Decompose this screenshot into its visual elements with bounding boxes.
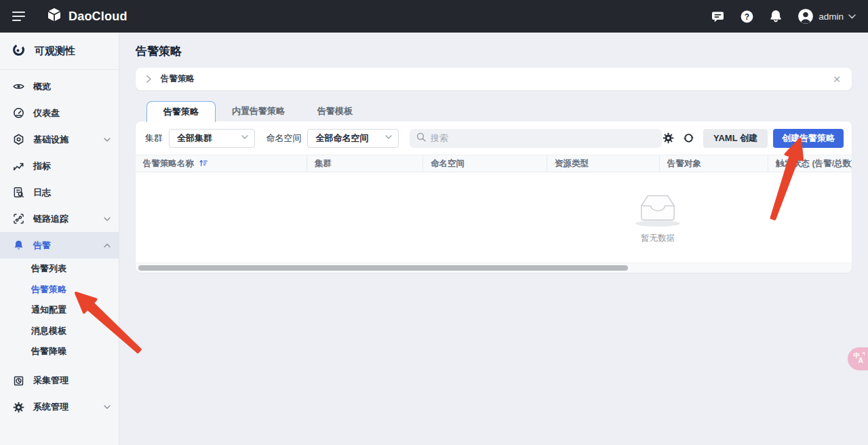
sidebar-subitem-notification-config[interactable]: 通知配置 [0,300,119,321]
empty-state-text: 暂无数据 [641,233,675,244]
sidebar-item-dashboard[interactable]: 仪表盘 [0,100,119,126]
sidebar-subitem-message-template[interactable]: 消息模板 [0,321,119,342]
chevron-down-icon [104,217,111,221]
sidebar-item-label: 采集管理 [33,374,68,387]
sidebar-subitem-alert-noise-reduction[interactable]: 告警降噪 [0,341,119,362]
namespace-filter-label: 命名空间 [266,132,301,144]
empty-icon-shadow [635,220,680,227]
close-icon[interactable]: ✕ [833,75,841,84]
sidebar-item-label: 仪表盘 [33,107,60,119]
sidebar-subitem-alert-policy[interactable]: 告警策略 [0,279,119,301]
chevron-down-icon [848,14,856,19]
sidebar-nav: 概览 仪表盘 基础设施 [0,70,119,421]
sidebar-item-logs[interactable]: 日志 [0,179,119,206]
collection-icon [13,375,24,387]
policy-table: 告警策略名称 集群 命名空间 资源类型 告警对象 触发状态 (告警/总数) [136,155,852,263]
user-menu[interactable]: admin [797,8,856,24]
sidebar-item-label: 概览 [33,81,51,93]
main-content: 告警策略 告警策略 ✕ 告警策略 内置告警策略 告警模板 集群 全部集群 命名空… [119,33,868,445]
table-header-row: 告警策略名称 集群 命名空间 资源类型 告警对象 触发状态 (告警/总数) [136,155,852,172]
gear-icon [13,402,24,413]
sidebar-item-label: 指标 [33,160,51,172]
sidebar-item-metrics[interactable]: 指标 [0,153,119,179]
bell-icon [13,239,24,251]
sidebar-subitem-alert-list[interactable]: 告警列表 [0,258,119,279]
column-header-resource-type[interactable]: 资源类型 [547,155,659,172]
sidebar-header[interactable]: 可观测性 [0,33,119,70]
sidebar-subitem-label: 告警降噪 [31,345,66,357]
sidebar-subitem-label: 告警策略 [31,284,66,296]
svg-text:?: ? [745,12,749,21]
chevron-down-icon [104,138,111,142]
sidebar-item-label: 告警 [33,239,51,252]
search-icon [416,132,426,144]
namespace-select[interactable]: 全部命名空间 [307,129,398,148]
page-title: 告警策略 [136,43,868,59]
filter-toolbar: 集群 全部集群 命名空间 全部命名空间 [136,121,852,155]
sidebar-item-overview[interactable]: 概览 [0,73,119,100]
horizontal-scrollbar-thumb[interactable] [138,265,628,271]
eye-icon [13,81,24,92]
settings-gear-icon[interactable] [662,132,674,144]
chevron-down-icon [385,135,392,139]
sidebar-subitem-label: 消息模板 [31,325,66,337]
sidebar-item-collection-management[interactable]: 采集管理 [0,368,119,394]
create-alert-policy-button[interactable]: 创建告警策略 [773,129,844,148]
horizontal-scrollbar-track [136,263,852,273]
namespace-select-value: 全部命名空间 [315,132,368,144]
tab-alert-policy[interactable]: 告警策略 [146,101,216,122]
brand-logo[interactable]: DaoCloud [46,7,127,26]
column-header-alert-object[interactable]: 告警对象 [659,155,768,172]
sidebar-subitem-label: 通知配置 [31,304,66,316]
sidebar-item-label: 基础设施 [33,134,68,146]
search-input[interactable] [431,133,656,143]
column-header-trigger-status[interactable]: 触发状态 (告警/总数) [768,155,852,172]
sort-icon[interactable] [199,158,208,170]
column-header-policy-name[interactable]: 告警策略名称 [136,155,307,172]
sidebar-item-tracing[interactable]: 链路追踪 [0,206,119,232]
hexagon-icon [13,134,24,145]
breadcrumb: 告警策略 ✕ [136,68,852,90]
cluster-select[interactable]: 全部集群 [169,129,255,148]
menu-toggle-icon[interactable] [12,11,26,22]
username: admin [818,12,844,22]
chevron-up-icon [104,244,111,248]
column-header-cluster[interactable]: 集群 [307,155,422,172]
sidebar-subitem-label: 告警列表 [31,263,66,275]
yaml-create-button[interactable]: YAML 创建 [703,129,768,148]
search-box [410,129,663,148]
tab-alert-template[interactable]: 告警模板 [301,101,369,121]
trend-chart-icon [13,160,24,172]
tab-builtin-alert-policy[interactable]: 内置告警策略 [216,101,301,121]
cluster-filter-label: 集群 [145,132,163,144]
sidebar: 可观测性 概览 仪表盘 [0,33,119,445]
sidebar-item-alerts[interactable]: 告警 [0,232,119,258]
trace-icon [13,213,24,225]
sidebar-item-system-management[interactable]: 系统管理 [0,394,119,421]
help-icon[interactable]: ? [739,9,754,24]
daocloud-cube-icon [46,7,62,26]
empty-state: 暂无数据 [136,172,852,263]
avatar [797,8,814,24]
column-header-namespace[interactable]: 命名空间 [422,155,547,172]
sidebar-item-label: 日志 [33,187,51,199]
sidebar-item-infrastructure[interactable]: 基础设施 [0,126,119,153]
notification-bell-icon[interactable] [768,9,783,24]
observability-icon [12,43,26,60]
chevron-down-icon [241,135,248,139]
sidebar-item-label: 链路追踪 [33,213,68,225]
brand-name: DaoCloud [68,9,127,24]
sidebar-header-label: 可观测性 [35,45,75,58]
gauge-icon [13,107,24,119]
svg-text:A: A [859,356,864,364]
message-icon[interactable] [710,9,725,24]
breadcrumb-item[interactable]: 告警策略 [161,73,195,85]
chevron-right-icon [146,75,151,83]
alert-policy-panel: 集群 全部集群 命名空间 全部命名空间 [136,121,852,273]
topbar-actions: ? admin [710,8,856,24]
topbar: DaoCloud ? [0,0,868,33]
refresh-icon[interactable] [682,132,694,144]
translate-icon: 中 A [853,351,865,366]
chevron-down-icon [104,405,111,409]
translate-fab-button[interactable]: 中 A [848,347,868,370]
